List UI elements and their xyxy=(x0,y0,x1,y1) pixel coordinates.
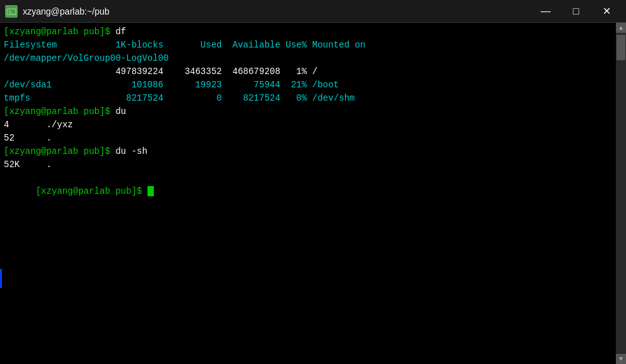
terminal-line: /dev/sda1 101086 19923 75944 21% /boot xyxy=(4,78,622,92)
terminal-line: 52 . xyxy=(4,132,622,145)
terminal-line: /dev/mapper/VolGroup00-LogVol00 xyxy=(4,52,622,65)
maximize-button[interactable]: □ xyxy=(561,3,591,20)
terminal-line: 52K . xyxy=(4,158,622,172)
terminal-line: 4 ./yxz xyxy=(4,118,622,132)
close-button[interactable]: ✕ xyxy=(592,3,621,20)
scroll-down-button[interactable]: ▼ xyxy=(616,354,626,364)
terminal-line: [xzyang@parlab pub]$ df xyxy=(4,25,622,39)
app-icon xyxy=(5,5,18,18)
terminal-line: [xzyang@parlab pub]$ du -sh xyxy=(4,145,622,158)
terminal-line: [xzyang@parlab pub]$ du xyxy=(4,105,622,118)
terminal-line: Filesystem 1K-blocks Used Available Use%… xyxy=(4,39,622,52)
terminal-line: 497839224 3463352 468679208 1% / xyxy=(4,65,622,78)
terminal-body[interactable]: [xzyang@parlab pub]$ df Filesystem 1K-bl… xyxy=(0,23,626,364)
scrollbar[interactable]: ▲ ▼ xyxy=(616,23,626,364)
title-bar-left: xzyang@parlab:~/pub xyxy=(5,5,110,18)
cursor-block xyxy=(147,186,154,196)
title-bar: xzyang@parlab:~/pub — □ ✕ xyxy=(0,0,626,23)
scroll-up-button[interactable]: ▲ xyxy=(616,23,626,33)
window-controls: — □ ✕ xyxy=(531,3,621,20)
svg-rect-0 xyxy=(7,9,16,15)
scroll-thumb[interactable] xyxy=(617,35,625,60)
window: xzyang@parlab:~/pub — □ ✕ [xzyang@parlab… xyxy=(0,0,626,364)
window-title: xzyang@parlab:~/pub xyxy=(23,6,110,16)
active-prompt-line: [xzyang@parlab pub]$ xyxy=(4,172,622,211)
terminal-line: tmpfs 8217524 0 8217524 0% /dev/shm xyxy=(4,92,622,105)
blue-artifact xyxy=(0,269,2,288)
minimize-button[interactable]: — xyxy=(531,3,560,20)
scroll-track[interactable] xyxy=(616,33,626,354)
